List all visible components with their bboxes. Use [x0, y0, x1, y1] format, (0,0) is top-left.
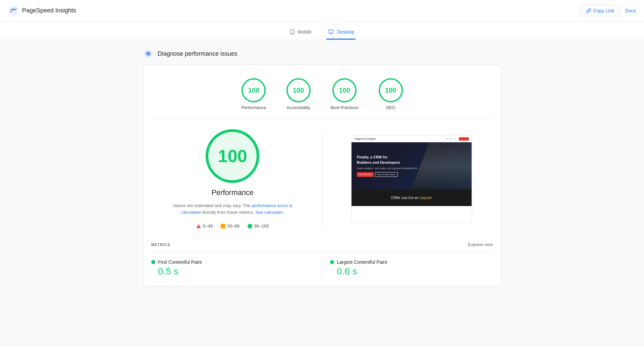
score-label-best-practices: Best Practices: [331, 105, 359, 110]
score-circle-performance: 100: [241, 78, 266, 102]
scores-row: 100 Performance 100 Accessibility 100 Be…: [151, 73, 493, 118]
app-title: PageSpeed Insights: [22, 7, 76, 14]
link-icon: [586, 8, 591, 13]
perf-title: Performance: [211, 188, 254, 197]
metric-fcp-dot: [151, 260, 155, 264]
bottom-text: CRMs Just Got an Upgrade: [391, 196, 432, 200]
legend-item-pass: 90–100: [248, 224, 269, 229]
hero-btn-book-demo: Book Product Demo: [375, 172, 398, 177]
legend-item-average: 50–89: [221, 224, 239, 229]
hero-sub: Faster adoption, more sales, and improve…: [357, 167, 418, 169]
perf-divider: [322, 129, 322, 229]
site-name: Triggered | Insights: [354, 138, 376, 140]
perf-left: 100 Performance Values are estimated and…: [151, 129, 314, 229]
svg-point-1: [12, 8, 14, 10]
metrics-section: METRICS Expand view First Contentful Pai…: [151, 237, 493, 278]
header-right: Copy Link Docs: [580, 5, 636, 16]
metric-fcp-value: 0.5 s: [158, 266, 314, 277]
metric-lcp-name: Largest Contentful Paint: [337, 259, 387, 265]
score-label-accessibility: Accessibility: [286, 105, 310, 110]
metric-item-lcp: Largest Contentful Paint 0.6 s: [322, 253, 493, 278]
header: PageSpeed Insights Copy Link Docs: [0, 0, 644, 21]
metric-lcp-name-row: Largest Contentful Paint: [330, 259, 493, 265]
score-item-performance[interactable]: 100 Performance: [241, 78, 266, 110]
mobile-icon: [290, 29, 295, 35]
pagespeed-logo-icon: [8, 5, 19, 16]
nav-dot: [454, 138, 455, 140]
diagnose-header: Diagnose performance issues: [143, 48, 501, 59]
legend-row: 0–49 50–89 90–100: [196, 224, 269, 229]
main-content: Diagnose performance issues 100 Performa…: [138, 40, 506, 295]
average-square-icon: [221, 224, 225, 229]
big-score-circle: 100: [206, 129, 259, 183]
copy-link-button[interactable]: Copy Link: [580, 5, 620, 16]
screenshot-hero: Finally, a CRM for Builders and Develope…: [352, 142, 472, 189]
desktop-icon: [328, 29, 334, 35]
metric-fcp-name-row: First Contentful Paint: [151, 259, 314, 265]
svg-point-0: [9, 6, 18, 15]
hero-text-block: Finally, a CRM for Builders and Develope…: [357, 155, 418, 177]
metrics-header: METRICS Expand view: [151, 242, 493, 247]
nav-dot: [446, 138, 448, 140]
score-item-seo[interactable]: 100 SEO: [379, 78, 403, 110]
screenshot-bottom-bar: CRMs Just Got an Upgrade: [352, 189, 472, 206]
diagnose-icon: [143, 48, 154, 59]
performance-detail: 100 Performance Values are estimated and…: [151, 118, 493, 237]
perf-description: Values are estimated and may vary. The p…: [169, 202, 296, 215]
hero-btn-get-calculator: Get Calculator: [357, 172, 374, 177]
metric-lcp-value: 0.6 s: [337, 266, 493, 277]
svg-point-10: [148, 53, 149, 55]
metric-item-fcp: First Contentful Paint 0.5 s: [151, 253, 322, 278]
svg-rect-4: [329, 30, 333, 33]
fail-triangle-icon: [196, 224, 201, 228]
score-circle-seo: 100: [379, 78, 403, 102]
metrics-grid: First Contentful Paint 0.5 s Largest Con…: [151, 252, 493, 278]
copy-link-label: Copy Link: [593, 8, 614, 13]
legend-item-fail: 0–49: [196, 224, 213, 229]
hero-headline: Finally, a CRM for Builders and Develope…: [357, 155, 418, 165]
diagnose-title: Diagnose performance issues: [158, 50, 237, 57]
tab-mobile[interactable]: Mobile: [288, 26, 313, 40]
tab-desktop[interactable]: Desktop: [326, 26, 356, 40]
calculator-link[interactable]: See calculator.: [255, 210, 284, 215]
perf-right: Triggered | Insights Finally, a CRM for: [330, 129, 493, 229]
score-card: 100 Performance 100 Accessibility 100 Be…: [143, 64, 501, 287]
score-circle-accessibility: 100: [286, 78, 311, 102]
score-item-accessibility[interactable]: 100 Accessibility: [286, 78, 311, 110]
tab-mobile-label: Mobile: [298, 29, 312, 35]
header-left: PageSpeed Insights: [8, 5, 76, 16]
tabs-container: Mobile Desktop: [0, 21, 644, 40]
metrics-label: METRICS: [151, 243, 170, 247]
screenshot-navbar: Triggered | Insights: [352, 136, 472, 142]
metric-fcp-name: First Contentful Paint: [158, 259, 202, 265]
score-item-best-practices[interactable]: 100 Best Practices: [331, 78, 359, 110]
hero-building: [411, 142, 472, 189]
bottom-highlight-text: Upgrade: [419, 196, 432, 200]
tab-desktop-label: Desktop: [337, 29, 354, 35]
pass-circle-icon: [248, 224, 252, 229]
score-label-performance: Performance: [241, 105, 266, 110]
metric-lcp-dot: [330, 260, 334, 264]
screenshot-thumbnail: Triggered | Insights Finally, a CRM for: [351, 135, 472, 222]
hero-buttons: Get Calculator Book Product Demo: [357, 172, 418, 177]
nav-dot: [450, 138, 452, 140]
docs-button[interactable]: Docs: [625, 8, 636, 13]
score-label-seo: SEO: [386, 105, 395, 110]
expand-view-button[interactable]: Expand view: [468, 242, 493, 247]
score-circle-best-practices: 100: [332, 78, 357, 102]
